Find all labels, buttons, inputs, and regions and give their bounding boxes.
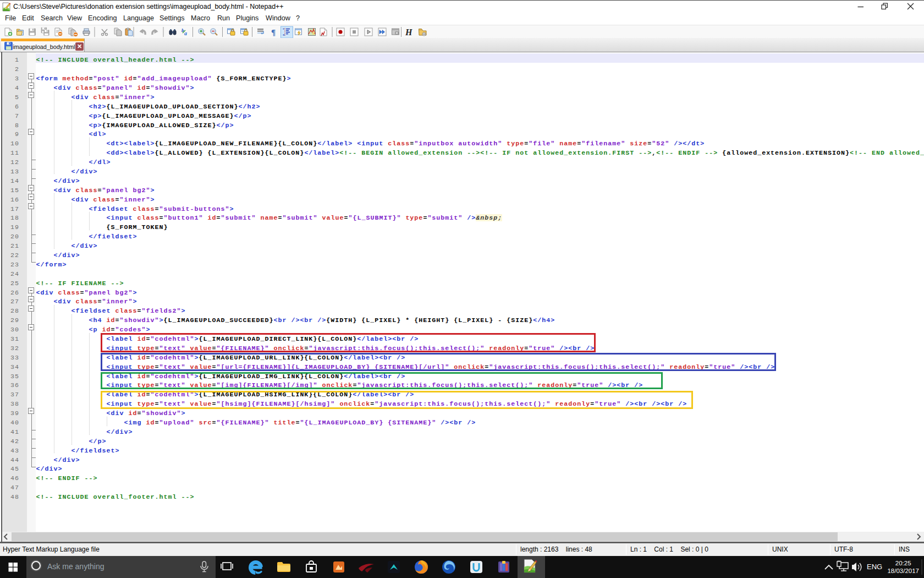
svg-text:H: H (405, 28, 413, 37)
svg-text:¶: ¶ (271, 28, 276, 37)
